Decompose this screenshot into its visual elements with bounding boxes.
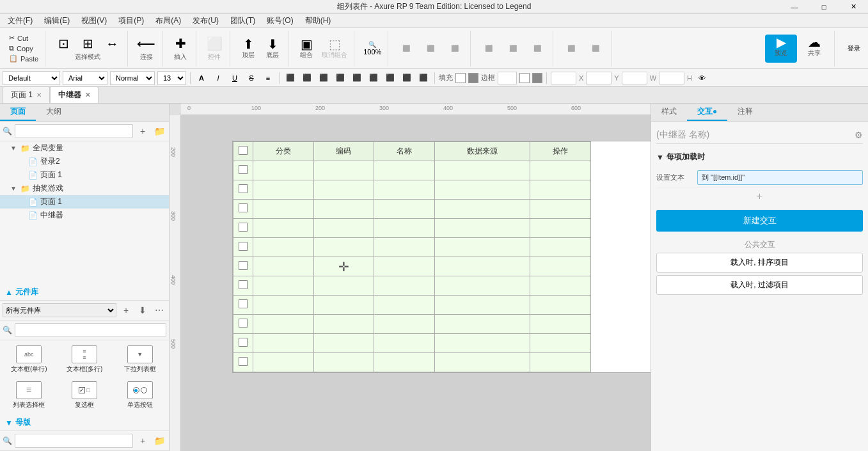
library-select[interactable]: 所有元件库 [3,303,116,317]
mother-folder-button[interactable]: 📁 [152,434,166,448]
component-text-multi[interactable]: ≡≡ 文本框(多行) [58,343,111,376]
lock-aspect-button[interactable]: 👁 [695,71,709,85]
insert-button[interactable]: ✚ [169,36,192,51]
td-cb-2[interactable] [233,180,253,200]
control-button[interactable]: ⬜ [203,36,226,51]
import-library-button[interactable]: ⬇ [136,303,150,317]
library-search-input[interactable] [15,323,166,337]
group-button[interactable]: ▣ 组合 [295,36,318,61]
align-center-text-button[interactable]: ⬛ [300,71,314,85]
valign-bot-button[interactable]: ⬛ [383,71,397,85]
align-justify-text-button[interactable]: ⬛ [333,71,347,85]
component-radio[interactable]: 单选按钮 [113,379,166,412]
select-mode-2-button[interactable]: ⊞ [76,36,99,51]
component-listbox[interactable]: ☰ 列表选择框 [3,379,56,412]
dist-mid-button[interactable]: ⬛ [501,44,525,53]
menu-project[interactable]: 项目(P) [113,14,149,28]
component-library-header[interactable]: ▲ 元件库 [0,284,169,301]
vdist-button[interactable]: ⬛ [584,44,607,53]
close-button[interactable]: ✕ [839,0,868,14]
paste-button[interactable]: 📋 Paste [6,54,41,63]
preview-button[interactable]: ▶ 预览 [765,35,797,63]
text-dir2-button[interactable]: ⬛ [416,71,430,85]
strikethrough-button[interactable]: S [244,71,258,85]
tab-repeater[interactable]: 中继器 ✕ [50,86,99,103]
table-widget[interactable]: ⚡ 分类 编码 名称 数据来源 操作 [232,141,651,373]
component-text-single[interactable]: abc 文本框(单行) [3,343,56,376]
mother-search-input[interactable] [15,434,133,448]
ungroup-button[interactable]: ⬚ 取消组合 [319,36,350,61]
share-button[interactable]: ☁ 共享 [798,35,830,63]
hdist-button[interactable]: ⬛ [560,44,583,53]
td-cb-8[interactable] [233,296,253,315]
border-value-input[interactable]: 0 [498,72,517,84]
page-search-input[interactable] [15,124,133,138]
align-right-text-button[interactable]: ⬛ [317,71,331,85]
tree-item-global-var[interactable]: ▼ 📁 全局变量 [0,141,169,155]
connect-button[interactable]: ⟵ [134,36,158,51]
dist-bottom-button[interactable]: ⬛ [526,44,549,53]
menu-file[interactable]: 文件(F) [3,14,38,28]
tree-item-repeater[interactable]: 📄 中继器 [0,209,169,222]
y-input[interactable]: 186 [586,72,612,84]
td-cb-1[interactable] [233,161,253,180]
align-right-button[interactable]: ⬛ [443,44,466,53]
tab-repeater-close[interactable]: ✕ [85,91,90,99]
tab-page1[interactable]: 页面 1 ✕ [3,86,50,103]
menu-publish[interactable]: 发布(U) [187,14,224,28]
menu-view[interactable]: 视图(V) [76,14,112,28]
outline-tab[interactable]: 大纲 [36,104,72,121]
underline-button[interactable]: U [228,71,242,85]
border-color[interactable] [519,73,530,83]
fill-opacity[interactable] [468,73,478,83]
td-cb-9[interactable] [233,315,253,334]
w-input[interactable]: 330 [659,72,684,84]
font-style-select[interactable]: Normal [110,71,155,85]
select-mode-button[interactable]: ⊡ [52,36,75,51]
minimize-button[interactable]: — [780,0,809,14]
menu-help[interactable]: 帮助(H) [300,14,336,28]
interact-tab[interactable]: 交互● [687,104,727,121]
text-dir-button[interactable]: ⬛ [400,71,414,85]
align-left-button[interactable]: ⬛ [395,44,418,53]
td-cb-7[interactable] [233,276,253,296]
tree-item-lottery[interactable]: ▼ 📁 抽奖游戏 [0,182,169,195]
td-cb-10[interactable] [233,334,253,353]
font-size-select[interactable]: 13 [157,71,186,85]
mother-section-header[interactable]: ▼ 母版 [0,415,169,431]
tree-item-page1[interactable]: 📄 页面 1 [0,195,169,209]
cut-button[interactable]: ✂ Cut [6,33,31,43]
td-cb-4[interactable] [233,219,253,238]
top-layer-button[interactable]: ⬆ 顶层 [237,36,260,61]
valign-top-button[interactable]: ⬛ [350,71,364,85]
menu-edit[interactable]: 编辑(E) [39,14,75,28]
component-checkbox[interactable]: ✓ □ 复选框 [58,379,111,412]
td-cb-6[interactable] [233,257,253,276]
tree-item-login2[interactable]: 📄 登录2 [0,155,169,168]
fill-color[interactable] [455,73,466,83]
align-center-button[interactable]: ⬛ [419,44,442,53]
style-select[interactable]: Default [3,71,60,85]
copy-button[interactable]: ⧉ Copy [6,44,36,53]
add-mother-button[interactable]: + [136,434,150,448]
component-dropdown[interactable]: ▼ 下拉列表框 [113,343,166,376]
align-left-text-button[interactable]: ⬛ [283,71,297,85]
td-cb-11[interactable] [233,353,253,372]
header-checkbox[interactable] [239,146,248,155]
public-btn-sort[interactable]: 载入时, 排序项目 [656,253,863,273]
canvas-content[interactable]: ⚡ 分类 编码 名称 数据来源 操作 [181,115,651,451]
td-cb-5[interactable] [233,238,253,257]
select-mode-3-button[interactable]: ↔ [100,36,123,51]
menu-layout[interactable]: 布局(A) [150,14,186,28]
dist-top-button[interactable]: ⬛ [477,44,500,53]
add-folder-button[interactable]: 📁 [152,124,166,138]
maximize-button[interactable]: □ [809,0,839,14]
td-cb-3[interactable] [233,200,253,219]
zoom-button[interactable]: 🔍 100% [361,40,384,57]
border-opacity[interactable] [532,73,542,83]
add-interaction-icon[interactable]: + [757,191,762,202]
public-btn-filter[interactable]: 载入时, 过滤项目 [656,275,863,295]
list-button[interactable]: ≡ [261,71,275,85]
note-tab[interactable]: 注释 [727,104,763,121]
y2-input[interactable]: 549 [622,72,647,84]
